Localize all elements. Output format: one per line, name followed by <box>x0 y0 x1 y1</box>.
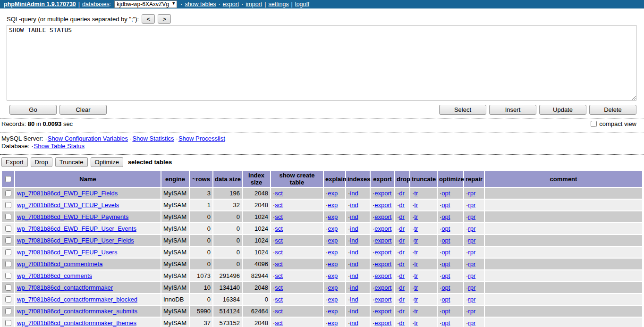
truncate-row-link[interactable]: tr <box>414 190 418 197</box>
drop-row-link[interactable]: dr <box>399 201 405 209</box>
indexes-link[interactable]: ind <box>350 201 358 209</box>
truncate-tables-button[interactable]: Truncate <box>55 157 88 167</box>
show-create-link[interactable]: sct <box>275 319 283 327</box>
show-create-link[interactable]: sct <box>275 260 283 268</box>
export-row-link[interactable]: export <box>374 201 391 209</box>
optimize-row-link[interactable]: opt <box>441 213 450 220</box>
drop-row-link[interactable]: dr <box>399 260 405 268</box>
table-name-link[interactable]: wp_7f081b86cd_EWD_FEUP_Levels <box>17 201 119 209</box>
repair-row-link[interactable]: rpr <box>468 190 475 197</box>
explain-link[interactable]: exp <box>328 225 338 232</box>
compact-view-toggle[interactable]: compact view <box>591 120 636 127</box>
row-checkbox[interactable] <box>5 308 11 314</box>
repair-row-link[interactable]: rpr <box>468 201 475 209</box>
show-create-link[interactable]: sct <box>275 201 283 209</box>
truncate-row-link[interactable]: tr <box>414 319 418 327</box>
optimize-row-link[interactable]: opt <box>441 272 450 279</box>
row-checkbox[interactable] <box>5 273 11 279</box>
optimize-row-link[interactable]: opt <box>441 237 450 244</box>
truncate-row-link[interactable]: tr <box>414 272 418 279</box>
delete-button[interactable]: Delete <box>589 105 636 115</box>
explain-link[interactable]: exp <box>328 213 338 220</box>
show-tables-link[interactable]: show tables <box>185 1 216 8</box>
app-title-link[interactable]: phpMiniAdmin 1.9.170730 <box>4 1 76 8</box>
insert-button[interactable]: Insert <box>489 105 536 115</box>
truncate-row-link[interactable]: tr <box>414 296 418 303</box>
table-name-link[interactable]: wp_7f081b86cd_EWD_FEUP_Users <box>17 249 117 256</box>
truncate-row-link[interactable]: tr <box>414 308 418 315</box>
indexes-link[interactable]: ind <box>350 308 358 315</box>
drop-row-link[interactable]: dr <box>399 213 405 220</box>
export-row-link[interactable]: export <box>374 308 391 315</box>
go-button[interactable]: Go <box>9 105 57 115</box>
show-create-link[interactable]: sct <box>275 237 283 244</box>
row-checkbox[interactable] <box>5 237 11 243</box>
export-tables-button[interactable]: Export <box>1 157 28 167</box>
optimize-row-link[interactable]: opt <box>441 201 450 209</box>
table-name-link[interactable]: wp_7f081b86cd_contactformmaker_themes <box>17 319 136 327</box>
show-create-link[interactable]: sct <box>275 249 283 256</box>
drop-row-link[interactable]: dr <box>399 272 405 279</box>
drop-row-link[interactable]: dr <box>399 296 405 303</box>
indexes-link[interactable]: ind <box>350 319 358 327</box>
repair-row-link[interactable]: rpr <box>468 296 475 303</box>
table-name-link[interactable]: wp_7f081b86cd_EWD_FEUP_User_Fields <box>17 237 134 244</box>
optimize-tables-button[interactable]: Optimize <box>91 157 123 167</box>
prev-query-button[interactable]: < <box>142 14 155 24</box>
show-create-link[interactable]: sct <box>275 308 283 315</box>
truncate-row-link[interactable]: tr <box>414 225 418 232</box>
export-link[interactable]: export <box>223 1 239 8</box>
optimize-row-link[interactable]: opt <box>441 260 450 268</box>
row-checkbox[interactable] <box>5 320 11 326</box>
row-checkbox[interactable] <box>5 190 11 196</box>
show-create-link[interactable]: sct <box>275 296 283 303</box>
table-name-link[interactable]: wp_7f081b86cd_contactformmaker_blocked <box>17 296 137 303</box>
indexes-link[interactable]: ind <box>350 225 358 232</box>
row-checkbox[interactable] <box>5 249 11 255</box>
show-processlist-link[interactable]: Show Processlist <box>178 135 225 142</box>
truncate-row-link[interactable]: tr <box>414 201 418 209</box>
optimize-row-link[interactable]: opt <box>441 249 450 256</box>
truncate-row-link[interactable]: tr <box>414 237 418 244</box>
show-create-link[interactable]: sct <box>275 225 283 232</box>
export-row-link[interactable]: export <box>374 249 391 256</box>
databases-link[interactable]: databases <box>82 1 110 8</box>
drop-tables-button[interactable]: Drop <box>31 157 52 167</box>
show-create-link[interactable]: sct <box>275 190 283 197</box>
indexes-link[interactable]: ind <box>350 260 358 268</box>
drop-row-link[interactable]: dr <box>399 249 405 256</box>
explain-link[interactable]: exp <box>328 237 338 244</box>
export-row-link[interactable]: export <box>374 296 391 303</box>
indexes-link[interactable]: ind <box>350 296 358 303</box>
select-button[interactable]: Select <box>439 105 486 115</box>
row-checkbox[interactable] <box>5 202 11 208</box>
sql-query-textarea[interactable] <box>7 25 636 101</box>
export-row-link[interactable]: export <box>374 260 391 268</box>
indexes-link[interactable]: ind <box>350 249 358 256</box>
show-create-link[interactable]: sct <box>275 272 283 279</box>
repair-row-link[interactable]: rpr <box>468 249 475 256</box>
table-name-link[interactable]: wp_7f081b86cd_EWD_FEUP_User_Events <box>17 225 136 232</box>
repair-row-link[interactable]: rpr <box>468 225 475 232</box>
table-name-link[interactable]: wp_7f081b86cd_EWD_FEUP_Fields <box>17 190 118 197</box>
compact-view-checkbox[interactable] <box>591 121 597 127</box>
repair-row-link[interactable]: rpr <box>468 213 475 220</box>
indexes-link[interactable]: ind <box>350 272 358 279</box>
drop-row-link[interactable]: dr <box>399 308 405 315</box>
table-name-link[interactable]: wp_7f081b86cd_comments <box>17 272 92 279</box>
explain-link[interactable]: exp <box>328 201 338 209</box>
drop-row-link[interactable]: dr <box>399 190 405 197</box>
truncate-row-link[interactable]: tr <box>414 213 418 220</box>
table-name-link[interactable]: wp_7f081b86cd_commentmeta <box>17 260 102 268</box>
explain-link[interactable]: exp <box>328 308 338 315</box>
table-name-link[interactable]: wp_7f081b86cd_contactformmaker <box>17 284 113 291</box>
show-create-link[interactable]: sct <box>275 284 283 291</box>
repair-row-link[interactable]: rpr <box>468 284 475 291</box>
explain-link[interactable]: exp <box>328 296 338 303</box>
indexes-link[interactable]: ind <box>350 284 358 291</box>
optimize-row-link[interactable]: opt <box>441 225 450 232</box>
export-row-link[interactable]: export <box>374 225 391 232</box>
truncate-row-link[interactable]: tr <box>414 260 418 268</box>
explain-link[interactable]: exp <box>328 249 338 256</box>
show-statistics-link[interactable]: Show Statistics <box>132 135 174 142</box>
